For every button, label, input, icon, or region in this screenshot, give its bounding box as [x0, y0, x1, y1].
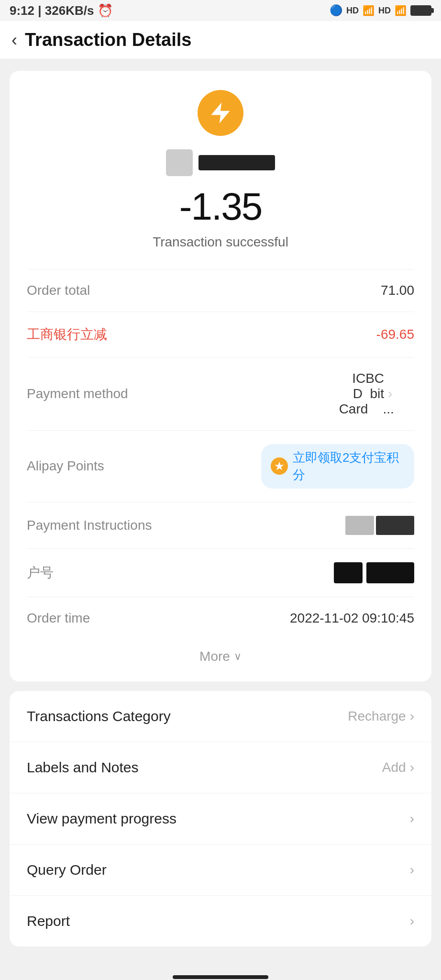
discount-value: -69.65: [376, 327, 414, 342]
payment-method-row[interactable]: Payment method ICBC D bitCard ... ›: [27, 357, 414, 431]
bank-icon: [166, 149, 193, 176]
menu-arrow-report: ›: [410, 913, 414, 929]
main-content: -1.35 Transaction successful Order total…: [0, 59, 441, 958]
account-block1: [334, 562, 363, 583]
details-section: Order total 71.00 工商银行立减 -69.65 Payment …: [27, 269, 414, 639]
menu-label-report: Report: [27, 913, 70, 929]
payment-method-value: ICBC D bitCard ...: [339, 371, 384, 417]
order-time-value: 2022-11-02 09:10:45: [290, 611, 414, 626]
page-title: Transaction Details: [25, 30, 191, 50]
transaction-card: -1.35 Transaction successful Order total…: [10, 71, 431, 681]
battery-icon: [410, 5, 431, 16]
more-chevron-icon: ∨: [234, 650, 242, 663]
redacted-dark-block: [376, 516, 414, 535]
menu-value-transactions-category: Recharge: [348, 709, 406, 724]
transaction-amount: -1.35: [179, 185, 262, 229]
menu-item-payment-progress[interactable]: View payment progress ›: [10, 793, 431, 845]
footer-area: [x1xianbao.net] 新赚吧，有你更精彩！: [0, 958, 441, 980]
menu-item-report[interactable]: Report ›: [10, 896, 431, 947]
alipay-star-icon: [271, 457, 288, 475]
menu-right-transactions-category: Recharge ›: [348, 709, 414, 724]
menu-arrow-labels-notes: ›: [410, 760, 414, 775]
menu-value-labels-notes: Add: [382, 760, 406, 775]
menu-arrow-payment-progress: ›: [410, 811, 414, 826]
redacted-gray-block: [345, 516, 374, 535]
menu-label-labels-notes: Labels and Notes: [27, 759, 139, 776]
discount-label: 工商银行立减: [27, 325, 107, 344]
payment-instructions-row: Payment Instructions: [27, 502, 414, 549]
order-total-row: Order total 71.00: [27, 269, 414, 312]
account-value: [334, 562, 414, 583]
menu-item-labels-notes[interactable]: Labels and Notes Add ›: [10, 742, 431, 793]
discount-row: 工商银行立减 -69.65: [27, 312, 414, 357]
payment-method-arrow: ›: [388, 387, 392, 401]
payment-instructions-value: [345, 516, 414, 535]
menu-label-query-order: Query Order: [27, 862, 107, 878]
account-label: 户号: [27, 564, 54, 582]
more-button[interactable]: More ∨: [27, 639, 414, 666]
page-header: ‹ Transaction Details: [0, 21, 441, 59]
menu-card: Transactions Category Recharge › Labels …: [10, 691, 431, 947]
hd-badge2: HD: [378, 6, 391, 16]
transaction-status: Transaction successful: [153, 234, 288, 250]
order-time-label: Order time: [27, 611, 90, 626]
account-block2: [366, 562, 414, 583]
payment-method-label: Payment method: [27, 386, 128, 401]
menu-right-labels-notes: Add ›: [382, 760, 414, 775]
star-shape: [275, 461, 284, 471]
menu-right-payment-progress: ›: [410, 811, 414, 826]
bank-name-redacted: [198, 155, 275, 170]
account-number-row: 户号: [27, 549, 414, 597]
menu-label-payment-progress: View payment progress: [27, 811, 176, 827]
menu-item-transactions-category[interactable]: Transactions Category Recharge ›: [10, 691, 431, 742]
order-total-label: Order total: [27, 283, 90, 298]
bank-info-row: [166, 149, 275, 176]
payment-instructions-label: Payment Instructions: [27, 518, 152, 533]
menu-item-query-order[interactable]: Query Order ›: [10, 845, 431, 896]
order-total-value: 71.00: [381, 283, 414, 298]
lightning-svg: [208, 100, 233, 125]
alipay-points-row: Alipay Points 立即领取2支付宝积分: [27, 431, 414, 502]
status-bar: 9:12 | 326KB/s ⏰ 🔵 HD 📶 HD 📶: [0, 0, 441, 21]
menu-arrow-query-order: ›: [410, 862, 414, 878]
status-time-speed: 9:12 | 326KB/s ⏰: [10, 3, 113, 18]
menu-label-transactions-category: Transactions Category: [27, 708, 171, 724]
lightning-icon: [198, 90, 243, 136]
menu-right-query-order: ›: [410, 862, 414, 878]
menu-right-report: ›: [410, 913, 414, 929]
back-button[interactable]: ‹: [11, 32, 17, 49]
hd-badge: HD: [346, 6, 359, 16]
payment-method-value-wrapper: ICBC D bitCard ... ›: [339, 371, 414, 417]
more-label: More: [199, 649, 230, 664]
alipay-points-label: Alipay Points: [27, 458, 104, 474]
status-icons: 🔵 HD 📶 HD 📶: [330, 4, 431, 17]
order-time-row: Order time 2022-11-02 09:10:45: [27, 597, 414, 639]
signal-5g2: 📶: [395, 5, 407, 16]
signal-5g: 📶: [363, 5, 375, 16]
bluetooth-icon: 🔵: [330, 4, 342, 17]
alipay-points-text: 立即领取2支付宝积分: [293, 449, 405, 484]
alipay-points-tooltip[interactable]: 立即领取2支付宝积分: [261, 444, 414, 489]
menu-arrow-transactions-category: ›: [410, 709, 414, 724]
home-indicator: [173, 975, 268, 979]
